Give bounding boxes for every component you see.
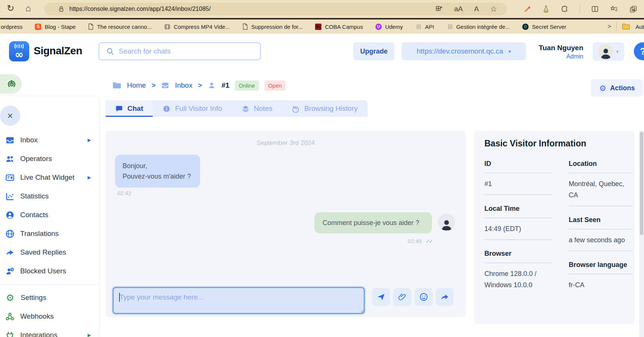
account-menu[interactable]: ▾ [593,42,624,61]
signalzen-app: ∞ SignalZen Upgrade https://dev.crosemon… [0,34,644,337]
upgrade-button[interactable]: Upgrade [353,42,394,60]
bookmark-item[interactable]: API [415,24,434,30]
sidebar-item-contacts[interactable]: Contacts [0,206,99,224]
search-icon [106,47,114,55]
bookmark-item[interactable]: Suppression de for... [242,23,303,30]
contacts-icon [5,210,15,220]
help-button[interactable]: ? [634,42,644,60]
breadcrumb-home[interactable]: Home [127,81,146,89]
bookmark-item[interactable]: D Secret Server [522,24,566,30]
gear-icon: ⚙ [599,84,607,92]
bookmarks-overflow-icon[interactable]: > [608,23,611,30]
tab-browsing-history[interactable]: Browsing History [282,100,368,117]
breadcrumb-inbox[interactable]: Inbox [175,81,192,89]
web-select-pen-icon[interactable] [524,5,531,13]
tab-notes[interactable]: Notes [232,100,282,117]
history-icon [292,105,300,113]
scrollbar[interactable] [639,131,644,337]
operator-message-bubble: Comment puisse-je vous aider ? [314,212,432,233]
sidebar-item-settings[interactable]: ⚙ Settings [0,288,99,307]
toolbar-divider [580,4,580,13]
stape-favicon: S [35,24,41,30]
lab-flask-icon[interactable] [542,5,550,13]
read-aloud-icon[interactable]: A [474,5,479,13]
bookmark-item[interactable]: Compress MP4 Vide... [164,24,230,30]
actions-button[interactable]: ⚙ Actions [591,79,643,97]
layers-favicon [447,24,453,30]
integrations-icon [5,331,15,337]
site-selector-dropdown[interactable]: https://dev.crosemont.qc.ca ▾ [402,42,526,60]
signalzen-logo-icon[interactable]: ∞ [9,41,29,61]
collections-add-icon[interactable] [629,5,637,13]
bookmark-item[interactable]: The resource canno... [88,23,152,30]
operator-avatar [438,213,455,231]
submenu-arrow-icon: ▶ [88,137,91,143]
lock-icon [58,6,64,12]
favorites-list-icon[interactable] [610,5,618,13]
sidebar-item-translations[interactable]: Translations [0,224,99,243]
field-browser-language: Browser language fr-CA [569,261,633,295]
favorite-star-icon[interactable]: ☆ [490,4,497,13]
field-id: ID #1 [484,160,553,195]
bookmark-item[interactable]: BL COBA Campus [315,24,363,30]
globe-icon [5,229,15,239]
forward-button[interactable] [436,288,454,306]
extensions-puzzle-icon[interactable] [561,5,568,13]
inbox-icon [161,81,169,89]
attach-file-button[interactable] [393,288,411,306]
sidebar-item-operators[interactable]: Operators [0,149,99,168]
inbox-icon [5,136,15,145]
breadcrumb: Home > Inbox > #1 Online Open [112,77,285,94]
scrollbar-thumb[interactable] [640,132,643,235]
workspaces-icon[interactable] [435,5,443,13]
sidebar-item-saved-replies[interactable]: Saved Replies [0,243,99,262]
sidebar-divider [0,284,99,285]
tab-full-visitor-info[interactable]: Full Visitor Info [153,100,232,117]
search-input[interactable] [119,47,260,55]
secret-server-favicon: D [522,24,529,30]
chevron-down-icon: ▾ [616,49,619,54]
translate-icon[interactable]: aA [454,5,463,13]
avatar [598,44,613,59]
visitor-message-bubble: Bonjour, Pouvez-vous m'aider ? [115,155,200,188]
sidebar-item-integrations[interactable]: Integrations ▶ [0,326,99,337]
chat-date-label: September 3rd 2024 [106,139,466,147]
reload-icon[interactable]: ↻ [7,4,14,13]
sidebar-close-button[interactable]: × [0,106,20,126]
message-input[interactable] [113,287,365,314]
status-badge-open: Open [264,81,286,91]
tab-chat[interactable]: Chat [106,100,153,117]
sidebar-item-inbox[interactable]: Inbox ▶ [0,131,99,149]
layers-icon [242,105,250,113]
address-bar[interactable]: https://console.signalzen.com/app/1424/i… [44,3,507,15]
bookmark-item[interactable]: U Udemy [375,24,403,30]
text-caret [119,293,120,302]
url-text[interactable]: https://console.signalzen.com/app/1424/i… [69,6,435,12]
user-role: Admin [524,52,583,61]
sidebar-item-statistics[interactable]: Statistics [0,187,99,206]
bookmark-item[interactable]: Gestion intégrée de... [447,24,510,30]
browser-window: ↻ ⌂ https://console.signalzen.com/app/14… [0,0,644,337]
webhook-icon [5,312,15,321]
sidebar-item-live-chat-widget[interactable]: Live Chat Widget ▶ [0,168,99,187]
bookmark-item[interactable]: S Blog - Stape [35,24,76,30]
folder-icon [112,82,121,89]
coba-favicon: BL [315,24,321,30]
split-screen-icon[interactable] [591,5,599,13]
user-name: Tuan Nguyen [524,43,583,52]
chat-panel: September 3rd 2024 Bonjour, Pouvez-vous … [106,131,466,317]
svg-text:∞: ∞ [15,48,23,61]
broadcast-toggle[interactable] [0,74,22,94]
other-favorites-label[interactable]: Aut [635,24,644,30]
home-icon[interactable]: ⌂ [25,4,31,13]
bookmark-item[interactable]: ordpress [1,24,22,30]
message-timestamp: 02:49✓✓ [314,238,432,245]
layers-favicon [415,24,421,30]
send-button[interactable] [372,288,390,306]
emoji-button[interactable] [415,288,433,306]
chevron-down-icon: ▾ [508,49,511,54]
sidebar-item-blocked-users[interactable]: Blocked Users [0,262,99,280]
sidebar-item-webhooks[interactable]: Webhooks [0,307,99,326]
chevron-right-icon: > [152,82,156,89]
reply-forward-icon [5,248,15,257]
